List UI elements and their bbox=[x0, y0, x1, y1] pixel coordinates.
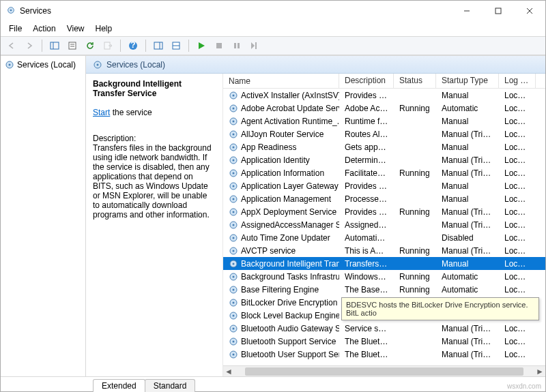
svg-point-60 bbox=[233, 327, 235, 329]
cell-logon: Local Sy bbox=[499, 220, 536, 230]
description-text: Transfers files in the background using … bbox=[93, 143, 216, 220]
scroll-right-icon[interactable]: ► bbox=[534, 367, 545, 376]
scroll-left-icon[interactable]: ◄ bbox=[223, 367, 234, 376]
col-description[interactable]: Description bbox=[339, 74, 394, 88]
menu-action[interactable]: Action bbox=[27, 22, 61, 35]
cell-status: Running bbox=[394, 245, 436, 256]
forward-button[interactable] bbox=[21, 37, 38, 54]
scroll-thumb[interactable] bbox=[245, 367, 523, 376]
table-row[interactable]: Background Tasks Infrastruc...Windows in… bbox=[223, 270, 545, 283]
show-hide-tree-button[interactable] bbox=[46, 37, 63, 54]
back-button[interactable] bbox=[3, 37, 20, 54]
svg-point-22 bbox=[97, 63, 99, 65]
table-row[interactable]: AppX Deployment Service (...Provides inf… bbox=[223, 205, 545, 218]
cell-logon: Local Sy bbox=[499, 194, 536, 205]
svg-rect-16 bbox=[234, 43, 236, 48]
cell-startup: Manual bbox=[436, 181, 499, 192]
cell-logon: Local Se bbox=[499, 155, 536, 166]
pause-service-button[interactable] bbox=[229, 37, 245, 54]
tree-pane[interactable]: Services (Local) bbox=[1, 56, 86, 376]
table-row[interactable]: Application ManagementProcesses in...Man… bbox=[223, 192, 545, 205]
cell-status bbox=[394, 224, 436, 226]
restart-service-button[interactable] bbox=[246, 37, 263, 54]
table-row[interactable]: Adobe Acrobat Update Serv...Adobe Acro..… bbox=[223, 102, 545, 115]
svg-point-30 bbox=[233, 133, 235, 135]
service-icon bbox=[229, 298, 238, 307]
service-icon bbox=[229, 259, 238, 269]
watermark: wsxdn.com bbox=[507, 382, 541, 390]
table-row[interactable]: ActiveX Installer (AxInstSV)Provides Us.… bbox=[223, 89, 545, 102]
menu-help[interactable]: Help bbox=[90, 22, 118, 35]
cell-name: Block Level Backup Engine ... bbox=[223, 310, 339, 321]
help-button[interactable]: ? bbox=[125, 37, 141, 54]
cell-startup: Manual (Trig... bbox=[436, 155, 499, 166]
close-button[interactable] bbox=[514, 1, 545, 21]
service-icon bbox=[229, 194, 238, 204]
table-row[interactable]: Auto Time Zone UpdaterAutomatica...Disab… bbox=[223, 231, 545, 244]
horizontal-scrollbar[interactable]: ◄ ► bbox=[223, 365, 545, 376]
svg-point-52 bbox=[233, 275, 235, 277]
table-row[interactable]: Base Filtering EngineThe Base Fil...Runn… bbox=[223, 283, 545, 296]
service-icon bbox=[229, 104, 238, 113]
svg-point-1 bbox=[10, 9, 12, 11]
svg-point-38 bbox=[233, 185, 235, 187]
cell-logon: Local Sy bbox=[499, 207, 536, 217]
titlebar[interactable]: Services bbox=[1, 1, 545, 21]
table-row[interactable]: Application Layer Gateway ...Provides su… bbox=[223, 179, 545, 192]
svg-point-28 bbox=[233, 120, 235, 122]
cell-description: Automatica... bbox=[339, 232, 394, 243]
tree-root[interactable]: Services (Local) bbox=[2, 59, 84, 71]
services-icon bbox=[6, 5, 16, 17]
tab-standard[interactable]: Standard bbox=[145, 379, 196, 392]
cell-name: Background Intelligent Tran... bbox=[223, 258, 339, 269]
cell-name: AVCTP service bbox=[223, 245, 339, 256]
stop-service-button[interactable] bbox=[211, 37, 227, 54]
table-row[interactable]: AllJoyn Router ServiceRoutes AllJo...Man… bbox=[223, 127, 545, 140]
service-icon bbox=[229, 311, 238, 320]
service-icon bbox=[229, 246, 238, 256]
cell-startup: Manual bbox=[436, 258, 499, 269]
service-icon bbox=[229, 168, 238, 178]
table-row[interactable]: AssignedAccessManager Se...AssignedAc...… bbox=[223, 218, 545, 231]
grid-rows[interactable]: ActiveX Installer (AxInstSV)Provides Us.… bbox=[223, 89, 545, 365]
col-name[interactable]: Name bbox=[223, 74, 339, 88]
table-row[interactable]: Agent Activation Runtime_...Runtime for.… bbox=[223, 115, 545, 127]
col-status[interactable]: Status bbox=[394, 74, 436, 88]
cell-description: Service sup... bbox=[339, 323, 394, 334]
table-row[interactable]: Bluetooth Support ServiceThe Bluetoo...M… bbox=[223, 335, 545, 348]
cell-name: App Readiness bbox=[223, 142, 339, 153]
export-button[interactable] bbox=[100, 37, 116, 54]
cell-startup: Manual (Trig... bbox=[436, 207, 499, 217]
service-icon bbox=[229, 207, 238, 217]
table-row[interactable]: Bluetooth Audio Gateway S...Service sup.… bbox=[223, 322, 545, 335]
tab-extended[interactable]: Extended bbox=[93, 379, 145, 392]
filter-button[interactable] bbox=[168, 37, 184, 54]
properties-button[interactable] bbox=[64, 37, 81, 54]
menu-view[interactable]: View bbox=[61, 22, 90, 35]
col-startup[interactable]: Startup Type bbox=[436, 74, 499, 88]
svg-point-46 bbox=[233, 237, 235, 239]
menu-file[interactable]: File bbox=[3, 22, 27, 35]
table-row[interactable]: App ReadinessGets apps re...ManualLocal … bbox=[223, 140, 545, 153]
svg-point-26 bbox=[233, 107, 235, 109]
cell-logon: Local Se bbox=[499, 245, 536, 256]
svg-rect-18 bbox=[255, 42, 257, 49]
cell-startup: Disabled bbox=[436, 232, 499, 243]
maximize-button[interactable] bbox=[483, 1, 514, 21]
refresh-button[interactable] bbox=[82, 37, 98, 54]
cell-logon: Local Sy bbox=[499, 103, 536, 114]
cell-startup: Manual bbox=[436, 194, 499, 205]
table-row[interactable]: Background Intelligent Tran...Transfers … bbox=[223, 257, 545, 270]
col-logon[interactable]: Log On bbox=[499, 74, 536, 88]
table-row[interactable]: Application InformationFacilitates t...R… bbox=[223, 166, 545, 179]
table-row[interactable]: Application IdentityDetermines ...Manual… bbox=[223, 153, 545, 166]
start-link[interactable]: Start bbox=[93, 108, 110, 117]
action-pane-button[interactable] bbox=[150, 37, 167, 54]
cell-status bbox=[394, 185, 436, 187]
table-row[interactable]: Bluetooth User Support Ser...The Bluetoo… bbox=[223, 348, 545, 361]
cell-startup: Manual (Trig... bbox=[436, 336, 499, 347]
minimize-button[interactable] bbox=[451, 1, 483, 21]
table-row[interactable]: AVCTP serviceThis is Audi...RunningManua… bbox=[223, 244, 545, 257]
separator bbox=[42, 40, 42, 52]
start-service-button[interactable] bbox=[193, 37, 210, 54]
